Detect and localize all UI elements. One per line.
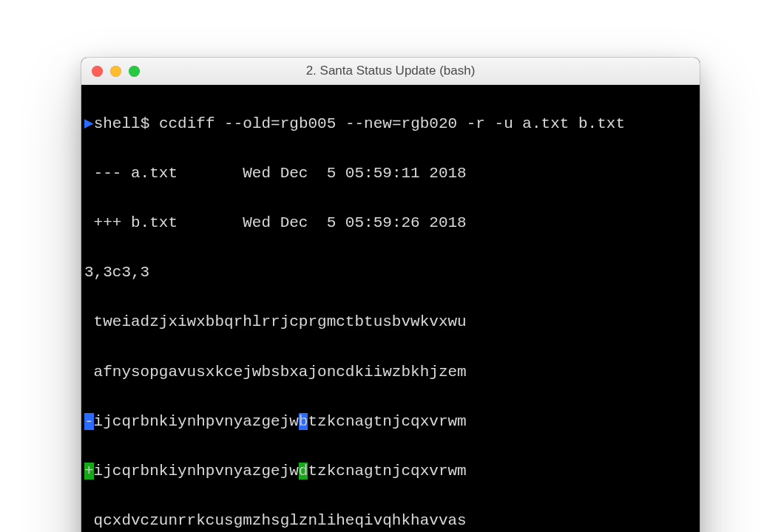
diff-removed-pre: ijcqrbnkiynhpvnyazgejw <box>94 413 299 430</box>
diff-removed-post: tzkcnagtnjcqxvrwm <box>308 413 466 430</box>
window-title: 2. Santa Status Update (bash) <box>81 64 700 78</box>
prompt-text: shell$ <box>94 115 159 132</box>
diff-header-old: --- a.txt Wed Dec 5 05:59:11 2018 <box>84 161 697 186</box>
prompt-caret-icon: ▶ <box>84 115 94 132</box>
minimize-button[interactable] <box>110 66 121 77</box>
terminal-window: 2. Santa Status Update (bash) ▶shell$ cc… <box>81 58 700 532</box>
diff-added-pre: ijcqrbnkiynhpvnyazgejw <box>94 463 299 480</box>
close-button[interactable] <box>92 66 103 77</box>
diff-plus-mark: + <box>84 463 94 480</box>
diff-context-3: qcxdvczunrrkcusgmzhsglznliheqivqhkhavvas <box>84 508 697 532</box>
term-line-command: ▶shell$ ccdiff --old=rgb005 --new=rgb020… <box>84 112 697 137</box>
traffic-lights <box>92 66 140 77</box>
diff-removed-line: -ijcqrbnkiynhpvnyazgejwbtzkcnagtnjcqxvrw… <box>84 409 697 434</box>
zoom-button[interactable] <box>129 66 140 77</box>
diff-range: 3,3c3,3 <box>84 260 697 285</box>
diff-context-2: afnysopgavusxkcejwbsbxajoncdkiiwzbkhjzem <box>84 360 697 385</box>
diff-header-new: +++ b.txt Wed Dec 5 05:59:26 2018 <box>84 211 697 236</box>
titlebar: 2. Santa Status Update (bash) <box>81 58 700 85</box>
command-text: ccdiff --old=rgb005 --new=rgb020 -r -u a… <box>159 115 625 132</box>
diff-context-1: tweiadzjxiwxbbqrhlrrjcprgmctbtusbvwkvxwu <box>84 310 697 335</box>
diff-added-line: +ijcqrbnkiynhpvnyazgejwdtzkcnagtnjcqxvrw… <box>84 459 697 484</box>
diff-added-post: tzkcnagtnjcqxvrwm <box>308 463 466 480</box>
diff-removed-char: b <box>299 413 308 430</box>
diff-minus-mark: - <box>84 413 94 430</box>
diff-added-char: d <box>299 463 308 480</box>
terminal-body[interactable]: ▶shell$ ccdiff --old=rgb005 --new=rgb020… <box>81 85 700 532</box>
